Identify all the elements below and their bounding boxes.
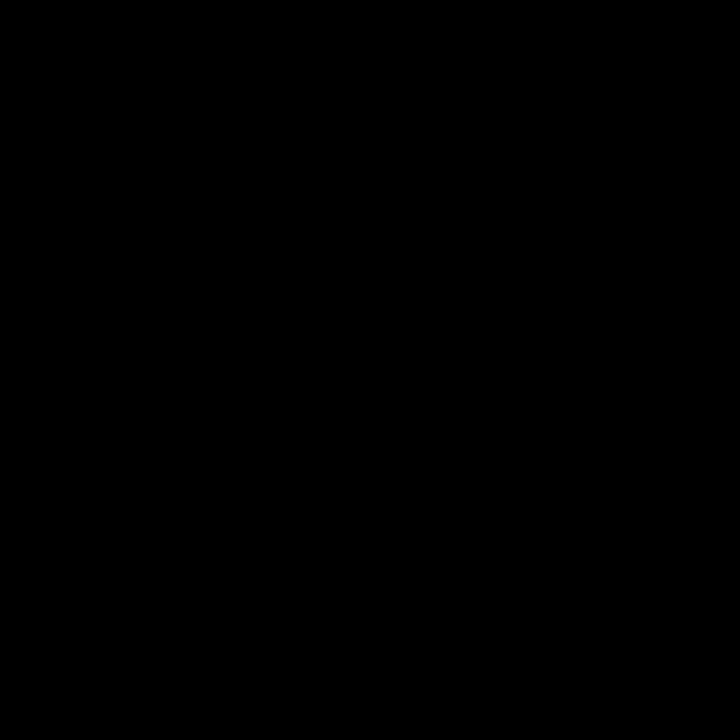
chart-frame bbox=[0, 0, 728, 728]
gradient-background bbox=[27, 27, 701, 701]
bottleneck-chart bbox=[27, 27, 701, 701]
